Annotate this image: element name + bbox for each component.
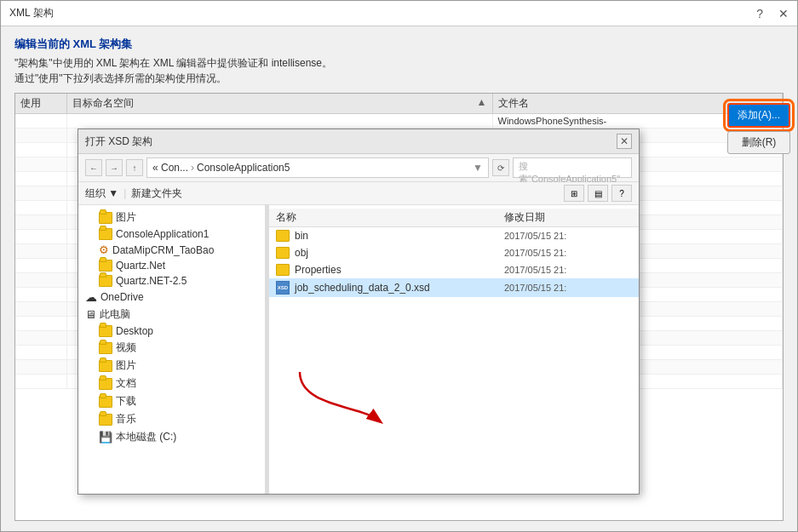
file-name: obj <box>295 247 499 259</box>
tree-item-label: Quartz.Net <box>116 260 165 272</box>
file-name: bin <box>295 230 499 242</box>
use-cell <box>15 129 66 143</box>
use-cell <box>15 317 66 331</box>
nav-refresh-button[interactable]: ⟳ <box>492 159 509 176</box>
drive-icon: 💾 <box>99 431 112 443</box>
view-details-button[interactable]: ▤ <box>588 185 608 202</box>
tree-item[interactable]: ConsoleApplication1 <box>78 226 265 242</box>
tree-item[interactable]: 图片 <box>78 357 265 375</box>
tree-item-label: 视频 <box>116 340 136 355</box>
use-cell <box>15 172 66 186</box>
tree-item-label: Quartz.NET-2.5 <box>116 275 187 287</box>
xsd-content: 图片ConsoleApplication1⚙DataMipCRM_TaoBaoQ… <box>78 205 639 494</box>
tree-item[interactable]: Quartz.NET-2.5 <box>78 273 265 289</box>
use-cell <box>15 375 66 389</box>
file-item[interactable]: XSDjob_scheduling_data_2_0.xsd2017/05/15… <box>269 278 639 297</box>
folder-icon <box>99 325 112 337</box>
file-folder-icon <box>276 230 290 242</box>
xsd-dialog-title: 打开 XSD 架构 <box>85 134 152 149</box>
file-date: 2017/05/15 21: <box>504 248 632 258</box>
use-cell <box>15 346 66 360</box>
col-use-header: 使用 <box>15 94 66 114</box>
xml-dialog-titlebar: XML 架构 ? ✕ <box>1 1 797 26</box>
remove-button[interactable]: 删除(R) <box>727 131 790 154</box>
nav-up-button[interactable]: ↑ <box>126 159 143 176</box>
tree-item-label: DataMipCRM_TaoBao <box>112 244 214 256</box>
tree-item[interactable]: 视频 <box>78 339 265 357</box>
tree-item-label: 下载 <box>116 394 136 409</box>
tree-item[interactable]: 图片 <box>78 209 265 226</box>
use-cell <box>15 143 66 157</box>
tree-item[interactable]: 💾本地磁盘 (C:) <box>78 428 265 446</box>
breadcrumb[interactable]: « Con... › ConsoleApplication5 ▼ <box>146 157 489 178</box>
nav-forward-button[interactable]: → <box>106 159 123 176</box>
search-box[interactable]: 搜索"ConsoleApplication5" 🔍 <box>513 157 632 178</box>
tree-item[interactable]: 音乐 <box>78 410 265 428</box>
table-row[interactable]: WindowsPhoneSynthesis- <box>15 114 783 129</box>
view-toggle-button[interactable]: ⊞ <box>564 185 584 202</box>
use-cell <box>15 273 66 288</box>
toolbar-right: ⊞ ▤ ? <box>564 185 632 202</box>
file-item[interactable]: bin2017/05/15 21: <box>269 227 639 244</box>
folder-icon <box>99 378 112 390</box>
file-item[interactable]: Properties2017/05/15 21: <box>269 261 639 278</box>
folder-icon <box>99 342 112 354</box>
tree-item-label: OneDrive <box>100 291 144 303</box>
xml-dialog-title: XML 架构 <box>9 6 54 20</box>
use-cell <box>15 244 66 259</box>
tree-item[interactable]: Desktop <box>78 323 265 339</box>
tree-item-label: Desktop <box>116 325 153 337</box>
tree-item[interactable]: Quartz.Net <box>78 258 265 273</box>
cloud-icon: ☁ <box>85 290 97 304</box>
folder-icon <box>99 396 112 408</box>
col-namespace-header: 目标命名空间 ▲ <box>66 94 492 114</box>
tree-item-label: 图片 <box>116 210 136 225</box>
file-folder-icon <box>276 264 290 276</box>
folder-icon <box>99 414 112 426</box>
organize-button[interactable]: 组织 ▼ <box>85 186 118 201</box>
namespace-cell <box>66 114 492 129</box>
use-cell <box>15 114 66 129</box>
tree-item-label: 本地磁盘 (C:) <box>116 430 176 444</box>
folder-icon <box>99 212 112 224</box>
xsd-close-button[interactable]: ✕ <box>617 134 632 149</box>
use-cell <box>15 201 66 215</box>
breadcrumb-root: « Con... <box>152 162 188 174</box>
file-item[interactable]: obj2017/05/15 21: <box>269 244 639 261</box>
use-cell <box>15 230 66 244</box>
tree-item-label: 图片 <box>116 358 136 373</box>
file-date: 2017/05/15 21: <box>504 231 632 241</box>
add-button[interactable]: 添加(A)... <box>727 103 790 128</box>
folder-icon <box>99 275 112 287</box>
special-icon: ⚙ <box>99 243 109 256</box>
close-icon[interactable]: ✕ <box>778 7 789 20</box>
help-button[interactable]: ? <box>611 185 632 202</box>
use-cell <box>15 288 66 302</box>
tree-item-label: 文档 <box>116 376 136 391</box>
tree-item-label: ConsoleApplication1 <box>116 228 209 240</box>
tree-item[interactable]: 下载 <box>78 392 265 410</box>
tree-item[interactable]: 文档 <box>78 375 265 392</box>
use-cell <box>15 259 66 273</box>
tree-item[interactable]: ⚙DataMipCRM_TaoBao <box>78 242 265 258</box>
file-name: job_scheduling_data_2_0.xsd <box>295 282 499 294</box>
xsd-toolbar: 组织 ▼ | 新建文件夹 ⊞ ▤ ? <box>78 182 639 205</box>
help-icon[interactable]: ? <box>756 7 763 20</box>
breadcrumb-current: ConsoleApplication5 <box>197 162 290 174</box>
use-cell <box>15 331 66 346</box>
tree-item[interactable]: ☁OneDrive <box>78 289 265 306</box>
new-folder-button[interactable]: 新建文件夹 <box>131 186 182 201</box>
file-date: 2017/05/15 21: <box>504 265 632 275</box>
xsd-titlebar: 打开 XSD 架构 ✕ <box>78 129 639 154</box>
col-date-header: 修改日期 <box>504 210 632 225</box>
use-cell <box>15 157 66 172</box>
use-cell <box>15 302 66 317</box>
nav-back-button[interactable]: ← <box>85 159 102 176</box>
file-date: 2017/05/15 21: <box>504 283 632 293</box>
desc-line2: 通过"使用"下拉列表选择所需的架构使用情况。 <box>14 71 784 86</box>
tree-item[interactable]: 🖥此电脑 <box>78 306 265 323</box>
xsd-left-panel: 图片ConsoleApplication1⚙DataMipCRM_TaoBaoQ… <box>78 205 266 494</box>
xml-dialog-desc: "架构集"中使用的 XML 架构在 XML 编辑器中提供验证和 intellis… <box>14 55 784 86</box>
folder-icon <box>99 260 112 272</box>
file-list-header: 名称 修改日期 <box>269 209 639 227</box>
